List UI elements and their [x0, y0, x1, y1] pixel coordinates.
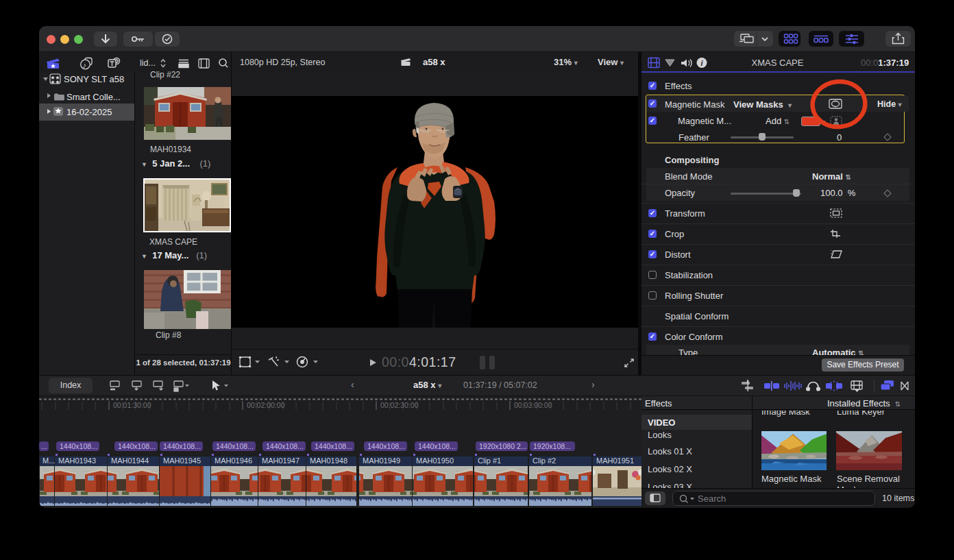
svg-text:Clip #1: Clip #1 [478, 456, 501, 465]
svg-text:MAH01945: MAH01945 [163, 456, 201, 465]
svg-text:00:01:30:00: 00:01:30:00 [113, 401, 151, 409]
svg-text:Clip #2: Clip #2 [533, 456, 556, 465]
svg-text:MAH01951: MAH01951 [596, 456, 634, 465]
svg-text:MAH01946: MAH01946 [215, 456, 252, 465]
svg-text:MAH01944: MAH01944 [111, 456, 149, 465]
svg-text:00:02:00:00: 00:02:00:00 [247, 401, 285, 409]
svg-text:M...: M... [42, 456, 55, 465]
svg-text:00:03:00:00: 00:03:00:00 [514, 401, 552, 409]
svg-text:16-02-2025: 16-02-2025 [66, 107, 112, 117]
svg-text:♪: ♪ [83, 61, 87, 69]
svg-text:MAH01943: MAH01943 [58, 456, 96, 465]
svg-text:SONY SLT a58: SONY SLT a58 [64, 74, 124, 84]
svg-text:Smart Colle...: Smart Colle... [66, 92, 121, 102]
svg-text:MAH01949: MAH01949 [363, 456, 400, 465]
svg-text:MAH01950: MAH01950 [416, 456, 454, 465]
svg-text:lid...: lid... [140, 58, 156, 68]
svg-text:MAH01947: MAH01947 [262, 456, 299, 465]
svg-text:MAH01948: MAH01948 [310, 456, 347, 465]
svg-text:00:02:30:00: 00:02:30:00 [380, 401, 419, 409]
